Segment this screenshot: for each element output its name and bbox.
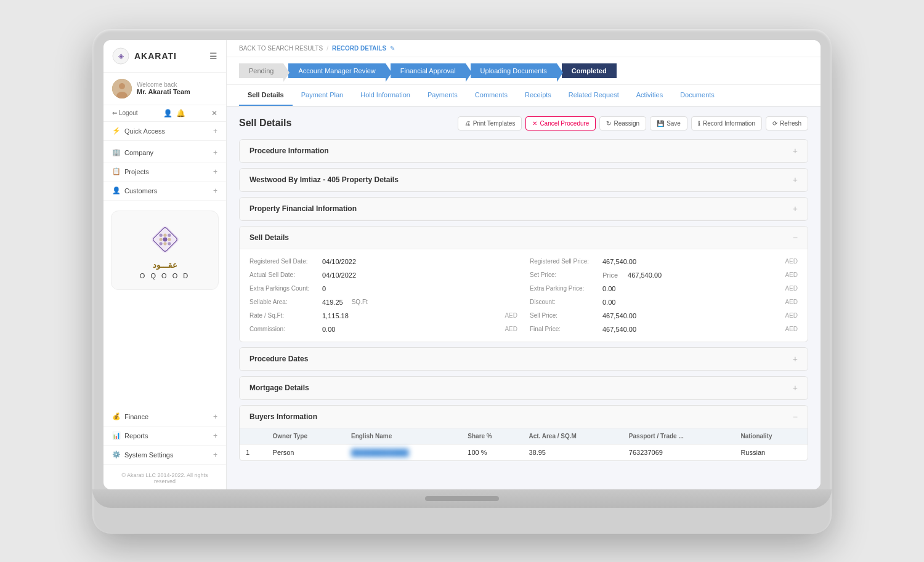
customers-plus[interactable]: + [213,187,217,195]
laptop-frame: ◈ AKARATI ☰ Welcome back Mr. Akarati Te [92,29,832,534]
svg-point-9 [168,233,171,236]
save-button[interactable]: 💾 Save [650,116,687,130]
user-settings-icon[interactable]: 🔔 [176,109,185,118]
quick-access-plus[interactable]: + [213,127,217,135]
pipeline-step-completed[interactable]: Completed [562,63,617,78]
mortgage-details-toggle[interactable]: + [793,383,798,393]
company-plus[interactable]: + [213,148,217,157]
quick-access-item[interactable]: ⚡ Quick Access + [103,122,226,141]
pipeline-label-pending: Pending [249,67,274,74]
col-num [240,428,267,444]
sell-details-section: Sell Details − Registered Sell Date: 04/… [239,226,808,342]
tab-related-request[interactable]: Related Request [560,85,628,106]
sidebar: ◈ AKARATI ☰ Welcome back Mr. Akarati Te [103,40,227,489]
tab-sell-details[interactable]: Sell Details [239,85,293,106]
rate-sqft-currency: AED [505,312,517,319]
sell-price-currency: AED [785,312,798,319]
sell-details-toggle[interactable]: − [793,233,798,243]
oqood-latin-text: O Q O O D [140,272,190,279]
property-details-section: Westwood By Imtiaz - 405 Property Detail… [239,168,808,192]
system-settings-icon: ⚙️ [112,451,121,459]
svg-point-12 [168,238,171,241]
sellable-area-label: Sellable Area: [249,299,317,305]
breadcrumb-back[interactable]: BACK TO SEARCH RESULTS [239,45,323,52]
system-settings-plus[interactable]: + [213,451,217,459]
set-price-row: Set Price: Price 467,540.00 AED [530,271,798,279]
sell-details-header[interactable]: Sell Details − [240,227,808,249]
pipeline-step-financial-approval[interactable]: Financial Approval [391,63,466,78]
final-price-currency: AED [785,326,798,332]
svg-text:◈: ◈ [118,52,124,60]
sell-details-form: Registered Sell Date: 04/10/2022 Actual … [249,258,798,333]
set-price-label: Set Price: [530,271,598,278]
extra-parking-price-value: 0.00 [602,285,615,292]
tab-documents[interactable]: Documents [671,85,723,106]
finance-plus[interactable]: + [213,412,217,421]
buyers-information-header[interactable]: Buyers Information − [240,406,808,428]
sell-price-value: 467,540.00 [602,312,636,319]
property-financial-title: Property Financial Information [249,204,357,213]
blurred-name[interactable]: ████████████ [351,449,409,456]
close-icon[interactable]: ✕ [211,109,217,118]
breadcrumb-edit-icon[interactable]: ✎ [390,45,395,52]
pipeline-step-pending[interactable]: Pending [239,63,283,78]
refresh-button[interactable]: ⟳ Refresh [766,116,808,130]
procedure-dates-toggle[interactable]: + [793,354,798,364]
tab-payment-plan[interactable]: Payment Plan [293,85,352,106]
sidebar-item-customers[interactable]: 👤 Customers + [103,182,226,201]
buyers-information-toggle[interactable]: − [793,412,798,422]
svg-point-10 [159,238,162,241]
svg-point-15 [168,242,171,245]
actual-sell-date-row: Actual Sell Date: 04/10/2022 [249,271,517,279]
user-profile-icon[interactable]: 👤 [163,109,172,118]
app-name: AKARATI [134,51,177,61]
pipeline-label-completed: Completed [572,67,607,74]
sell-price-row: Sell Price: 467,540.00 AED [530,312,798,319]
tab-receipts[interactable]: Receipts [516,85,560,106]
sidebar-item-company[interactable]: 🏢 Company + [103,143,226,163]
mortgage-details-header[interactable]: Mortgage Details + [240,377,808,399]
tab-hold-information[interactable]: Hold Information [352,85,419,106]
reassign-button[interactable]: ↻ Reassign [599,116,646,130]
record-information-button[interactable]: ℹ Record Information [691,116,762,130]
sidebar-item-finance[interactable]: 💰 Finance + [103,407,226,427]
refresh-icon: ⟳ [772,120,777,127]
hamburger-icon[interactable]: ☰ [209,51,217,61]
col-nationality: Nationality [734,428,808,444]
pipeline-step-account-manager[interactable]: Account Manager Review [288,63,385,78]
logo-container: ◈ AKARATI [112,47,177,65]
discount-label: Discount: [530,299,598,305]
content-area: Sell Details 🖨 Print Templates ✕ Cancel … [227,106,821,489]
reports-plus[interactable]: + [213,432,217,440]
sidebar-item-reports[interactable]: 📊 Reports + [103,427,226,446]
projects-plus[interactable]: + [213,167,217,176]
commission-row: Commission: 0.00 AED [249,326,517,333]
tab-payments[interactable]: Payments [419,85,466,106]
tab-activities[interactable]: Activities [628,85,671,106]
laptop-screen: ◈ AKARATI ☰ Welcome back Mr. Akarati Te [103,40,821,489]
property-financial-header[interactable]: Property Financial Information + [240,198,808,220]
commission-label: Commission: [249,326,317,332]
actual-sell-date-label: Actual Sell Date: [249,271,317,278]
logout-button[interactable]: ⇐ Logout [112,110,138,116]
procedure-dates-header[interactable]: Procedure Dates + [240,348,808,371]
cancel-procedure-button[interactable]: ✕ Cancel Procedure [525,116,596,130]
procedure-information-header[interactable]: Procedure Information + [240,140,808,163]
sidebar-item-system-settings[interactable]: ⚙️ System Settings + [103,446,226,465]
user-section: Welcome back Mr. Akarati Team [103,73,226,105]
print-templates-button[interactable]: 🖨 Print Templates [458,116,522,130]
sidebar-bottom-nav: 💰 Finance + 📊 Reports + ⚙️ System Sett [103,405,226,467]
tab-comments[interactable]: Comments [466,85,516,106]
row-nationality: Russian [734,444,808,460]
finance-label: Finance [124,413,148,420]
svg-point-11 [163,237,167,241]
buyers-table: Owner Type English Name Share % Act. Are… [240,428,808,460]
pipeline-step-uploading-documents[interactable]: Uploading Documents [471,63,557,78]
property-details-toggle[interactable]: + [793,175,798,185]
set-price-currency: AED [785,271,798,278]
property-financial-toggle[interactable]: + [793,204,798,214]
property-details-header[interactable]: Westwood By Imtiaz - 405 Property Detail… [240,169,808,191]
procedure-information-toggle[interactable]: + [793,146,798,156]
projects-icon: 📋 [112,167,121,175]
sidebar-item-projects[interactable]: 📋 Projects + [103,163,226,182]
